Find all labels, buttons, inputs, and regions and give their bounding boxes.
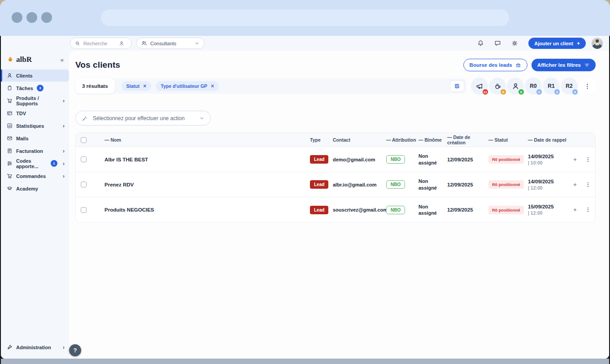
sidebar-item-label: Codes apporte...: [16, 158, 47, 169]
invoice-icon: [7, 148, 13, 154]
chevron-right-icon: ›: [63, 173, 65, 179]
row-checkbox[interactable]: [81, 182, 87, 187]
column-header-type: Type: [310, 137, 333, 143]
row-menu-icon[interactable]: [585, 182, 591, 188]
table-row[interactable]: Produits NEGOCIES Lead souscrivez@gmail.…: [76, 197, 595, 222]
cell-date-creation: 12/09/2025: [447, 207, 488, 212]
cell-nom: Albr IS THE BEST: [96, 157, 310, 162]
bell-icon[interactable]: [477, 40, 484, 47]
header-icon-group: [477, 40, 518, 47]
sidebar-item-label: Commandes: [16, 173, 46, 179]
quick-filter-coffee[interactable]: 0: [489, 78, 506, 95]
user-icon: [7, 73, 13, 78]
consultants-label: Consultants: [150, 41, 176, 46]
taches-badge: 3: [37, 85, 44, 91]
attribution-badge: NBO: [386, 155, 405, 164]
sidebar-item-taches[interactable]: Tâches 3: [1, 82, 69, 94]
window-minimize-button[interactable]: [26, 12, 37, 23]
chevron-down-icon: [199, 116, 205, 121]
cell-date-rappel: 14/09/2025 | 10:00: [528, 154, 566, 165]
window-close-button[interactable]: [12, 12, 22, 23]
table-row[interactable]: Albr IS THE BEST Lead demo@gmail.com NBO…: [76, 147, 595, 172]
chevron-right-icon: ›: [63, 148, 65, 154]
quick-filter-person[interactable]: 0: [507, 78, 524, 95]
chat-icon[interactable]: [494, 40, 501, 47]
quick-filter-r1[interactable]: R1 0: [543, 78, 560, 95]
sparkle-action-icon[interactable]: [572, 182, 578, 188]
sidebar-item-codes-apporteur[interactable]: Codes apporte... 1 ›: [1, 157, 69, 169]
cell-nom: Prenez RDV: [96, 182, 310, 187]
person-icon: [512, 82, 519, 90]
sparkle-action-icon[interactable]: [572, 156, 578, 163]
search-icon: [75, 41, 80, 46]
window-controls[interactable]: [12, 12, 52, 23]
count-badge: 0: [572, 89, 578, 95]
select-all-checkbox[interactable]: [81, 137, 87, 143]
sidebar-item-academy[interactable]: Academy: [1, 182, 69, 195]
row-checkbox[interactable]: [81, 156, 87, 162]
sidebar-item-clients[interactable]: Clients: [1, 69, 69, 82]
column-header-rappel[interactable]: — Date de rappel: [528, 137, 566, 143]
column-header-creation[interactable]: — Date de création: [447, 134, 488, 145]
gear-icon[interactable]: [511, 40, 518, 47]
type-badge: Lead: [310, 155, 328, 164]
row-checkbox[interactable]: [81, 207, 87, 213]
cell-binome: Non assigné: [418, 204, 447, 217]
sidebar-item-commandes[interactable]: Commandes ›: [1, 170, 69, 182]
rappel-date: 14/09/2025: [528, 179, 566, 184]
window-bottom-edge: [1, 359, 609, 364]
close-icon[interactable]: ×: [211, 83, 214, 89]
clipboard-icon: [7, 85, 13, 91]
sidebar-item-label: TDV: [16, 111, 26, 116]
sidebar-item-administration[interactable]: Administration ›: [1, 341, 69, 353]
filter-chip-statut[interactable]: Statut ×: [122, 81, 152, 91]
cell-contact: demo@gmail.com: [333, 157, 386, 162]
close-icon[interactable]: ×: [143, 83, 146, 89]
count-badge: 0: [554, 89, 560, 95]
sidebar-item-facturation[interactable]: Facturation ›: [1, 145, 69, 157]
sidebar-item-statistiques[interactable]: Statistiques ›: [1, 120, 69, 132]
cell-contact: albr.io@gmail.com: [333, 182, 386, 187]
afficher-filtres-button[interactable]: Afficher les filtres: [532, 59, 596, 71]
help-button[interactable]: ?: [69, 344, 81, 356]
filter-icon: [584, 62, 590, 68]
column-header-nom[interactable]: — Nom: [96, 137, 310, 143]
save-filter-button[interactable]: [450, 80, 464, 92]
sidebar-item-label: Clients: [16, 73, 33, 78]
flame-logo-icon: [7, 56, 14, 63]
column-header-binome[interactable]: — Binôme: [418, 137, 447, 143]
quick-filter-r2[interactable]: R2 0: [561, 78, 578, 95]
sidebar-item-produits-supports[interactable]: Produits / Supports ›: [1, 95, 69, 107]
brand-name: albR: [16, 55, 32, 64]
app-header: Consultants Ajouter un client +: [1, 36, 609, 51]
sidebar-item-mails[interactable]: Mails: [1, 132, 69, 144]
row-menu-icon[interactable]: [585, 207, 591, 213]
avatar[interactable]: [592, 38, 603, 49]
rappel-time: | 12:00: [528, 185, 566, 191]
search-input[interactable]: [83, 41, 116, 46]
window-maximize-button[interactable]: [41, 12, 52, 23]
address-bar[interactable]: [101, 9, 509, 26]
sidebar-collapse-icon[interactable]: «: [61, 56, 64, 63]
count-badge: 0: [518, 89, 524, 95]
table-row[interactable]: Prenez RDV Lead albr.io@gmail.com NBO No…: [76, 172, 595, 197]
column-header-attribution[interactable]: — Attribution: [386, 137, 418, 143]
consultants-select[interactable]: Consultants: [136, 38, 205, 49]
quick-filter-r0[interactable]: R0 0: [525, 78, 542, 95]
bourse-des-leads-button[interactable]: Bourse des leads: [463, 59, 527, 71]
sparkle-action-icon[interactable]: [572, 207, 578, 213]
more-options-button[interactable]: [579, 78, 596, 95]
quick-filter-megaphone[interactable]: 11: [471, 78, 488, 95]
sidebar-item-label: Tâches: [16, 86, 33, 91]
count-badge: 11: [482, 89, 488, 95]
codes-badge: 1: [51, 160, 57, 167]
row-menu-icon[interactable]: [585, 156, 591, 163]
search-input-container[interactable]: [70, 38, 132, 49]
filter-chip-type-utilisateur[interactable]: Type d'utilisateur GP ×: [156, 81, 219, 91]
bulk-action-placeholder: Sélectionnez pour effectuer une action: [93, 115, 185, 121]
add-client-button[interactable]: Ajouter un client +: [528, 38, 586, 49]
sidebar-item-label: Produits / Supports: [16, 95, 59, 106]
column-header-statut[interactable]: — Statut: [488, 137, 528, 143]
bulk-action-select[interactable]: Sélectionnez pour effectuer une action: [75, 111, 211, 126]
sidebar-item-tdv[interactable]: TDV: [1, 107, 69, 119]
